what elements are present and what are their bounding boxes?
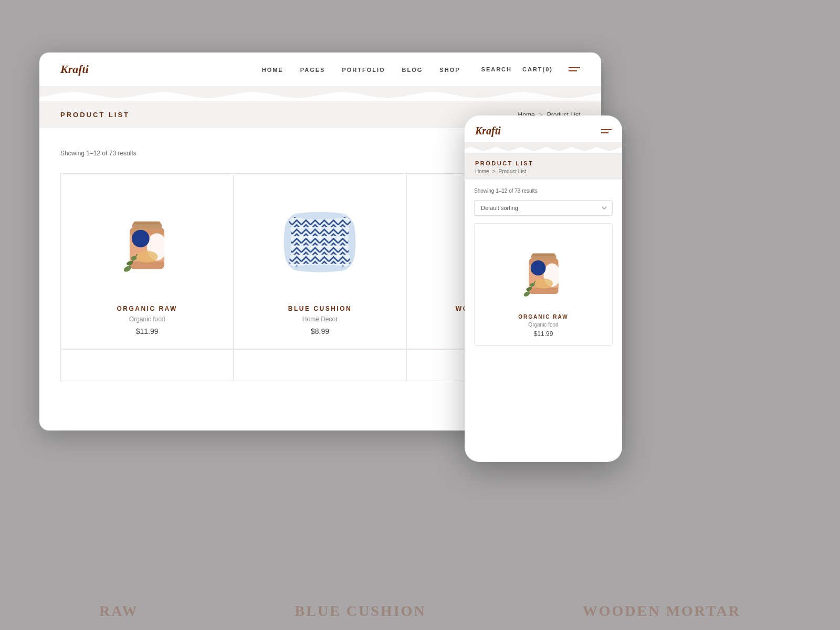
wave-divider — [39, 87, 601, 101]
mobile-product-category: Organic food — [528, 322, 558, 328]
nav-links: Home Pages Portfolio Blog Shop — [262, 65, 460, 74]
svg-point-3 — [132, 230, 150, 248]
cushion-svg — [283, 208, 356, 276]
mobile-wave-divider — [465, 142, 622, 153]
mobile-logo[interactable]: Krafti — [475, 125, 501, 137]
mobile-product-name[interactable]: Organic Raw — [518, 314, 568, 320]
nav-pages[interactable]: Pages — [300, 67, 326, 73]
cart-button[interactable]: Cart(0) — [522, 66, 553, 72]
mobile-product-price: $11.99 — [534, 330, 553, 338]
product-card-1: Organic Raw Organic food $11.99 — [61, 174, 234, 349]
svg-point-4 — [136, 251, 158, 262]
bg-label-3: WOODEN MORTAR — [583, 603, 741, 620]
mobile-hamburger-icon[interactable] — [601, 129, 612, 133]
product-price-1: $11.99 — [136, 327, 159, 335]
hamburger-line-1 — [569, 67, 580, 68]
svg-point-14 — [292, 212, 348, 219]
nav-shop[interactable]: Shop — [439, 67, 460, 73]
product-name-1[interactable]: Organic Raw — [117, 305, 177, 312]
mobile-title-bar: Product List Home > Product List — [465, 153, 622, 180]
mobile-page-title: Product List — [475, 160, 612, 166]
svg-point-17 — [349, 221, 356, 262]
mobile-product-card-1: Organic Raw Organic food $11.99 — [474, 223, 613, 346]
product-name-2[interactable]: Blue Cushion — [288, 305, 352, 312]
mobile-header: Krafti — [465, 116, 622, 142]
nav-header: Krafti Home Pages Portfolio Blog Shop Se… — [39, 52, 601, 87]
mobile-sort-select[interactable]: Default sorting — [474, 200, 613, 216]
product-image-2 — [244, 190, 395, 295]
product-card-4 — [61, 350, 234, 381]
nav-portfolio[interactable]: Portfolio — [342, 67, 385, 73]
svg-rect-12 — [288, 216, 352, 269]
bg-label-1: RAW — [99, 603, 138, 620]
logo[interactable]: Krafti — [60, 62, 89, 76]
background-products: RAW BLUE CUSHION WOODEN MORTAR — [0, 525, 840, 630]
nav-actions: Search Cart(0) — [481, 66, 580, 72]
svg-rect-28 — [532, 253, 554, 256]
mobile-results-count: Showing 1–12 of 73 results — [474, 188, 613, 194]
product-category-2: Home Decor — [302, 316, 338, 323]
product-card-5 — [234, 350, 406, 381]
page-title: Product List — [60, 111, 130, 119]
svg-rect-6 — [134, 222, 160, 225]
honey-jar-svg — [118, 205, 176, 279]
mobile-hamburger-line-2 — [601, 132, 608, 133]
mobile-product-image — [519, 234, 569, 308]
mobile-honey-jar-svg — [519, 239, 569, 302]
bg-label-2: BLUE CUSHION — [295, 603, 426, 620]
nav-home[interactable]: Home — [262, 67, 284, 73]
svg-point-26 — [534, 278, 552, 288]
search-button[interactable]: Search — [481, 66, 512, 72]
product-card-2: Blue Cushion Home Decor $8.99 — [234, 174, 406, 349]
mobile-main: Showing 1–12 of 73 results Default sorti… — [465, 180, 622, 354]
svg-point-15 — [292, 265, 348, 272]
product-category-1: Organic food — [129, 316, 165, 323]
mobile-breadcrumb-separator: > — [492, 169, 496, 174]
mobile-breadcrumb-home[interactable]: Home — [475, 169, 489, 174]
mobile-card: Krafti Product List Home > Product List … — [465, 116, 622, 462]
product-image-1 — [71, 190, 223, 295]
product-price-2: $8.99 — [311, 327, 329, 335]
mobile-breadcrumb-current: Product List — [499, 169, 527, 174]
hamburger-icon[interactable] — [569, 67, 580, 71]
svg-point-16 — [284, 221, 291, 262]
svg-point-25 — [530, 260, 545, 276]
mobile-breadcrumb: Home > Product List — [475, 169, 612, 174]
results-count: Showing 1–12 of 73 results — [60, 150, 136, 157]
mobile-hamburger-line-1 — [601, 129, 612, 130]
hamburger-line-2 — [569, 70, 577, 71]
nav-blog[interactable]: Blog — [402, 67, 423, 73]
